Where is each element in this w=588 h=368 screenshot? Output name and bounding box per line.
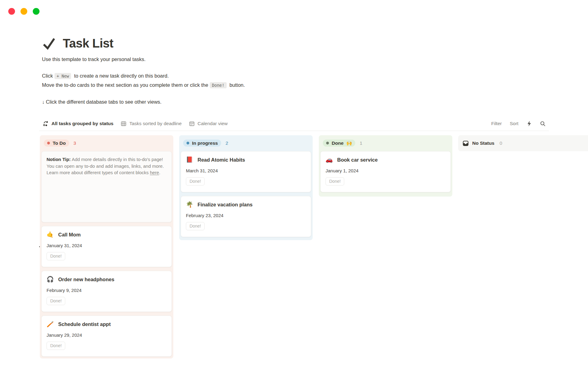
column-header-to-do: To Do 3 <box>40 135 173 151</box>
task-card-order-new-headphones[interactable]: 🎧 Order new headphones February 9, 2024 … <box>41 271 172 312</box>
card-title: Finalize vacation plans <box>198 201 253 208</box>
minimize-window-button[interactable] <box>21 8 27 15</box>
task-card-finalize-vacation-plans[interactable]: 🌴 Finalize vacation plans February 23, 2… <box>181 196 311 237</box>
toothbrush-emoji-icon: 🪥 <box>47 320 54 328</box>
column-cards: 📕 Read Atomic Habits March 31, 2024 Done… <box>179 151 313 237</box>
instruction-line-3: ↓ Click the different database tabs to s… <box>42 99 161 105</box>
done-button-badge: Done! <box>210 82 227 88</box>
search-icon[interactable] <box>540 121 546 127</box>
column-to-do: To Do 3 Notion Tip: Add more details dir… <box>40 135 173 358</box>
column-header-in-progress: In progress 2 <box>179 135 313 151</box>
tab-calendar-view[interactable]: Calendar view <box>185 117 231 131</box>
instruction-line-2: Move the to-do cards to the next section… <box>42 81 245 90</box>
instruction-line-1: Click+ New to create a new task directly… <box>42 71 245 81</box>
tab-label: All tasks grouped by status <box>51 121 113 126</box>
window-controls <box>8 8 40 15</box>
column-header-done: Done 🙌 1 <box>319 135 452 151</box>
page-title: Task List <box>63 36 113 50</box>
card-date: February 23, 2024 <box>186 213 306 218</box>
tab-label: Calendar view <box>198 121 228 126</box>
checkmark-page-icon <box>41 36 57 51</box>
status-dot-icon <box>326 142 329 144</box>
card-date: March 31, 2024 <box>186 168 306 173</box>
status-pill-to-do[interactable]: To Do <box>44 140 69 147</box>
column-count: 3 <box>74 140 76 146</box>
status-cycle-icon <box>43 121 49 127</box>
tip-text: Notion Tip: Add more details directly in… <box>47 156 167 176</box>
red-book-emoji-icon: 📕 <box>186 156 193 163</box>
done-button[interactable]: Done! <box>186 222 205 230</box>
done-button[interactable]: Done! <box>47 252 65 260</box>
column-header-no-status[interactable]: No Status 0 <box>458 135 588 151</box>
call-me-hand-emoji-icon: 🤙 <box>47 231 54 238</box>
sort-button[interactable]: Sort <box>510 121 518 126</box>
view-tab-bar: All tasks grouped by status Tasks sorted… <box>39 117 231 131</box>
tab-label: Tasks sorted by deadline <box>129 121 182 126</box>
status-label: Done <box>332 141 344 146</box>
inbox-icon <box>462 140 469 147</box>
column-count: 1 <box>360 140 362 146</box>
instructions-paragraph: Click+ New to create a new task directly… <box>42 71 245 90</box>
filter-button[interactable]: Filter <box>491 121 502 126</box>
status-label: No Status <box>472 140 494 146</box>
tip-here-link[interactable]: here <box>150 170 159 175</box>
toolbar-divider <box>39 131 549 131</box>
headphones-emoji-icon: 🎧 <box>47 276 54 283</box>
kanban-board: To Do 3 Notion Tip: Add more details dir… <box>40 135 588 362</box>
car-emoji-icon: 🚗 <box>326 156 333 163</box>
status-label: In progress <box>192 141 218 146</box>
column-in-progress: In progress 2 📕 Read Atomic Habits March… <box>179 135 313 240</box>
card-date: January 1, 2024 <box>326 168 446 173</box>
status-pill-done[interactable]: Done 🙌 <box>323 140 355 147</box>
card-title: Read Atomic Habits <box>198 156 245 163</box>
notion-tip-card[interactable]: Notion Tip: Add more details directly in… <box>41 151 172 222</box>
task-card-schedule-dentist-appt[interactable]: 🪥 Schedule dentist appt January 29, 2024… <box>41 316 172 357</box>
task-card-call-mom[interactable]: 🤙 Call Mom January 31, 2024 Done! <box>41 226 172 267</box>
tab-tasks-sorted-by-deadline[interactable]: Tasks sorted by deadline <box>117 117 185 131</box>
lightning-icon[interactable] <box>526 121 532 127</box>
column-no-status: No Status 0 <box>458 135 588 151</box>
card-title: Call Mom <box>58 231 81 238</box>
toolbar-actions: Filter Sort <box>491 117 546 131</box>
palm-tree-emoji-icon: 🌴 <box>186 201 193 208</box>
card-title: Schedule dentist appt <box>58 320 111 328</box>
column-done: Done 🙌 1 🚗 Book car service January 1, 2… <box>319 135 452 197</box>
close-window-button[interactable] <box>8 8 15 15</box>
column-cards: 🚗 Book car service January 1, 2024 Done! <box>319 151 452 192</box>
task-card-book-car-service[interactable]: 🚗 Book car service January 1, 2024 Done! <box>320 151 451 192</box>
column-count: 2 <box>225 140 228 146</box>
status-label: To Do <box>53 141 66 146</box>
tab-all-tasks-grouped-by-status[interactable]: All tasks grouped by status <box>39 117 117 131</box>
status-dot-icon <box>47 142 50 144</box>
new-button-badge: + New <box>55 73 71 79</box>
card-title: Book car service <box>337 156 378 163</box>
raising-hands-emoji-icon: 🙌 <box>346 141 352 145</box>
page-header: Task List <box>41 36 113 51</box>
card-date: January 31, 2024 <box>47 243 167 248</box>
task-card-read-atomic-habits[interactable]: 📕 Read Atomic Habits March 31, 2024 Done… <box>181 151 311 192</box>
done-button[interactable]: Done! <box>47 297 65 305</box>
status-pill-in-progress[interactable]: In progress <box>183 140 221 147</box>
table-icon <box>121 121 126 127</box>
status-dot-icon <box>187 142 189 144</box>
done-button[interactable]: Done! <box>47 342 65 350</box>
card-date: January 29, 2024 <box>47 332 167 338</box>
column-cards: Notion Tip: Add more details directly in… <box>40 151 173 357</box>
done-button[interactable]: Done! <box>186 177 205 186</box>
page-subtitle: Use this template to track your personal… <box>42 56 145 62</box>
done-button[interactable]: Done! <box>326 177 344 186</box>
card-title: Order new headphones <box>58 276 114 283</box>
column-count: 0 <box>499 140 502 146</box>
card-date: February 9, 2024 <box>47 288 167 293</box>
zoom-window-button[interactable] <box>33 8 40 15</box>
calendar-icon <box>189 121 195 127</box>
